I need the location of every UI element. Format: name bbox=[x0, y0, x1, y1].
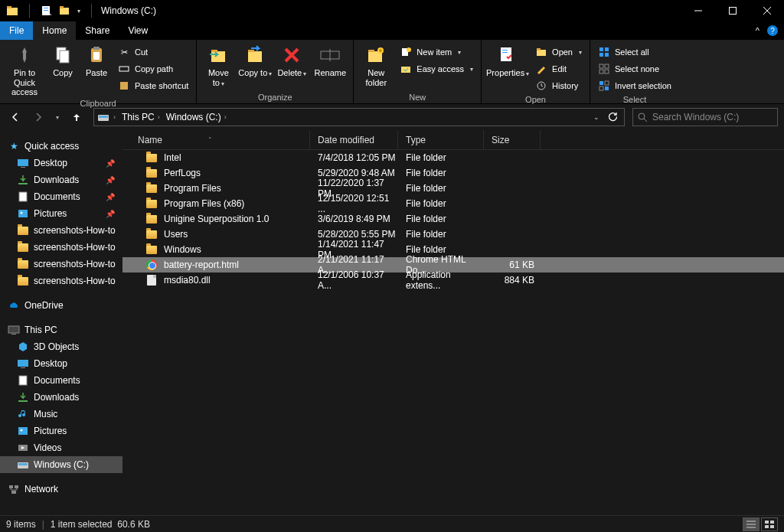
sidebar-screenshots2[interactable]: screenshots-How-to bbox=[0, 239, 122, 256]
sidebar-desktop2[interactable]: Desktop bbox=[0, 355, 122, 372]
svg-rect-15 bbox=[93, 52, 100, 60]
file-date: 12/1/2006 10:37 A... bbox=[310, 273, 398, 288]
qat-newfolder-icon[interactable] bbox=[59, 5, 71, 17]
tab-home[interactable]: Home bbox=[33, 21, 76, 40]
documents-icon bbox=[17, 191, 29, 203]
sidebar-screenshots1[interactable]: screenshots-How-to bbox=[0, 222, 122, 239]
svg-rect-17 bbox=[120, 82, 128, 90]
copy-button[interactable]: Copy bbox=[47, 41, 78, 88]
easy-access-button[interactable]: Easy access▾ bbox=[397, 61, 476, 77]
close-button[interactable] bbox=[750, 0, 784, 21]
sidebar-thispc[interactable]: This PC bbox=[0, 321, 122, 338]
qat-dropdown-icon[interactable]: ▾ bbox=[77, 8, 80, 15]
file-row[interactable]: Program Files (x86)12/15/2020 12:51 ...F… bbox=[122, 196, 784, 211]
file-name: Users bbox=[164, 229, 188, 240]
pin-quickaccess-button[interactable]: Pin to Quick access bbox=[5, 41, 44, 97]
sidebar-music[interactable]: Music bbox=[0, 406, 122, 423]
file-list-pane: Name˄ Date modified Type Size Intel7/4/2… bbox=[122, 130, 784, 515]
file-row[interactable]: Unigine Superposition 1.03/6/2019 8:49 P… bbox=[122, 211, 784, 227]
svg-rect-0 bbox=[7, 8, 18, 15]
properties-button[interactable]: Properties▾ bbox=[486, 41, 529, 88]
file-size bbox=[484, 196, 541, 211]
crumb-root[interactable]: › bbox=[111, 113, 118, 121]
file-row[interactable]: msdia80.dll12/1/2006 10:37 A...Applicati… bbox=[122, 273, 784, 288]
file-type: File folder bbox=[398, 211, 484, 227]
sidebar-pictures[interactable]: Pictures📌 bbox=[0, 205, 122, 222]
rename-button[interactable]: Rename bbox=[312, 41, 348, 88]
maximize-button[interactable] bbox=[715, 0, 750, 21]
svg-rect-68 bbox=[18, 463, 28, 465]
menubar: File Home Share View ^ ? bbox=[0, 21, 784, 40]
sidebar-screenshots4[interactable]: screenshots-How-to bbox=[0, 273, 122, 289]
up-button[interactable] bbox=[67, 108, 86, 126]
move-to-button[interactable]: Move to▾ bbox=[201, 41, 235, 88]
thumbnails-view-button[interactable] bbox=[761, 517, 778, 531]
sidebar-quickaccess[interactable]: ★Quick access bbox=[0, 138, 122, 155]
paste-button[interactable]: Paste bbox=[81, 41, 112, 88]
select-all-button[interactable]: Select all bbox=[595, 44, 675, 60]
tab-view[interactable]: View bbox=[119, 21, 157, 40]
tab-share[interactable]: Share bbox=[76, 21, 119, 40]
sidebar-onedrive[interactable]: OneDrive bbox=[0, 297, 122, 314]
sidebar-documents[interactable]: Documents📌 bbox=[0, 188, 122, 205]
history-button[interactable]: History bbox=[532, 78, 585, 93]
tab-file[interactable]: File bbox=[0, 21, 33, 40]
copy-path-button[interactable]: Copy path bbox=[115, 61, 191, 77]
window-title: Windows (C:) bbox=[101, 5, 156, 16]
column-size[interactable]: Size bbox=[484, 130, 541, 149]
file-row[interactable]: Program Files11/22/2020 1:37 PMFile fold… bbox=[122, 181, 784, 196]
help-icon[interactable]: ? bbox=[767, 25, 778, 36]
new-item-button[interactable]: New item▾ bbox=[397, 44, 476, 60]
open-button[interactable]: Open▾ bbox=[532, 44, 585, 60]
svg-rect-59 bbox=[11, 334, 16, 335]
addr-dropdown-icon[interactable]: ⌄ bbox=[593, 113, 599, 121]
file-row[interactable]: Users5/28/2020 5:55 PMFile folder bbox=[122, 227, 784, 242]
invert-selection-button[interactable]: Invert selection bbox=[595, 78, 675, 93]
new-folder-button[interactable]: New folder bbox=[358, 41, 394, 88]
search-box[interactable] bbox=[632, 108, 778, 126]
select-none-button[interactable]: Select none bbox=[595, 61, 675, 77]
ribbon-collapse-icon[interactable]: ^ bbox=[756, 26, 760, 35]
file-size: 61 KB bbox=[484, 257, 541, 273]
file-type: File folder bbox=[398, 181, 484, 196]
sidebar-3dobjects[interactable]: 3D Objects bbox=[0, 338, 122, 355]
column-headers: Name˄ Date modified Type Size bbox=[122, 130, 784, 150]
back-button[interactable] bbox=[6, 108, 24, 126]
refresh-button[interactable] bbox=[607, 112, 618, 122]
sidebar-screenshots3[interactable]: screenshots-How-to bbox=[0, 256, 122, 273]
paste-shortcut-button[interactable]: Paste shortcut bbox=[115, 78, 191, 93]
recent-dropdown-icon[interactable]: ▾ bbox=[52, 108, 63, 126]
sidebar-documents2[interactable]: Documents bbox=[0, 372, 122, 389]
file-row[interactable]: PerfLogs5/29/2020 9:48 AMFile folder bbox=[122, 165, 784, 181]
column-date[interactable]: Date modified bbox=[310, 130, 398, 149]
copy-to-button[interactable]: Copy to▾ bbox=[238, 41, 272, 88]
column-type[interactable]: Type bbox=[398, 130, 484, 149]
crumb-thispc[interactable]: This PC› bbox=[119, 112, 162, 122]
qat-props-icon[interactable] bbox=[41, 5, 53, 17]
svg-rect-3 bbox=[44, 8, 48, 8]
svg-point-50 bbox=[639, 113, 645, 119]
sidebar-downloads2[interactable]: Downloads bbox=[0, 389, 122, 406]
chrome-icon bbox=[145, 259, 158, 271]
sidebar-pictures2[interactable]: Pictures bbox=[0, 423, 122, 439]
forward-button[interactable] bbox=[29, 108, 47, 126]
column-name[interactable]: Name˄ bbox=[122, 130, 310, 149]
drive-icon bbox=[17, 459, 29, 471]
delete-button[interactable]: Delete▾ bbox=[275, 41, 309, 88]
cut-button[interactable]: ✂Cut bbox=[115, 44, 191, 60]
svg-rect-69 bbox=[9, 485, 13, 488]
sidebar-drive[interactable]: Windows (C:) bbox=[0, 456, 122, 473]
svg-point-65 bbox=[21, 429, 23, 432]
svg-rect-63 bbox=[18, 400, 28, 402]
details-view-button[interactable] bbox=[743, 517, 760, 531]
address-bar[interactable]: › This PC› Windows (C:)› ⌄ bbox=[93, 108, 625, 126]
sidebar-videos[interactable]: Videos bbox=[0, 439, 122, 456]
file-row[interactable]: Intel7/4/2018 12:05 PMFile folder bbox=[122, 150, 784, 165]
sidebar-network[interactable]: Network bbox=[0, 481, 122, 498]
edit-button[interactable]: Edit bbox=[532, 61, 585, 77]
minimize-button[interactable] bbox=[681, 0, 715, 21]
sidebar-downloads[interactable]: Downloads📌 bbox=[0, 171, 122, 188]
crumb-drive[interactable]: Windows (C:)› bbox=[164, 112, 229, 122]
search-input[interactable] bbox=[652, 112, 773, 122]
sidebar-desktop[interactable]: Desktop📌 bbox=[0, 155, 122, 171]
